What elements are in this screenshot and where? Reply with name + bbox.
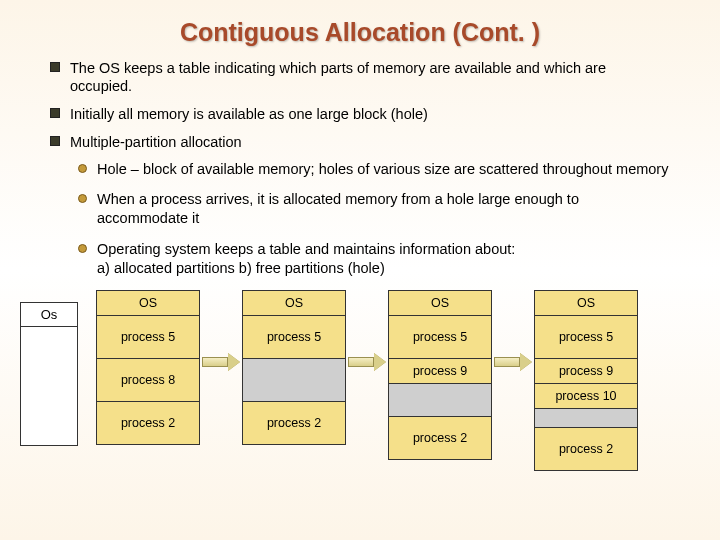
sub-bullet-text: Hole – block of available memory; holes … xyxy=(97,160,668,179)
sub-bullet-item: Operating system keeps a table and maint… xyxy=(78,240,670,278)
sub-bullet-item: When a process arrives, it is allocated … xyxy=(78,190,670,228)
arrow-icon xyxy=(346,354,388,370)
mem-cell: process 5 xyxy=(97,316,199,359)
slide-title: Contiguous Allocation (Cont. ) xyxy=(50,18,670,47)
bullet-item: The OS keeps a table indicating which pa… xyxy=(50,59,670,95)
mem-cell: process 8 xyxy=(97,359,199,402)
square-bullet-icon xyxy=(50,108,60,118)
mem-cell: process 2 xyxy=(243,402,345,444)
bullet-text: The OS keeps a table indicating which pa… xyxy=(70,59,670,95)
mem-cell: OS xyxy=(97,291,199,316)
sub-bullet-text: When a process arrives, it is allocated … xyxy=(97,190,670,228)
bullet-text: Multiple-partition allocation xyxy=(70,133,242,151)
mem-cell: OS xyxy=(243,291,345,316)
memory-column-3: OS process 5 process 9 . process 2 xyxy=(388,290,492,460)
arrow-icon xyxy=(492,354,534,370)
bullet-item: Multiple-partition allocation xyxy=(50,133,670,151)
mem-cell: process 5 xyxy=(243,316,345,359)
square-bullet-icon xyxy=(50,136,60,146)
mem-cell: process 2 xyxy=(535,428,637,470)
bullet-text: Initially all memory is available as one… xyxy=(70,105,428,123)
mem-hole: . xyxy=(243,359,345,402)
mem-cell: process 5 xyxy=(535,316,637,359)
os-reference-label: Os xyxy=(21,303,77,327)
bullet-list: The OS keeps a table indicating which pa… xyxy=(50,59,670,152)
circle-bullet-icon xyxy=(78,244,87,253)
mem-cell: process 9 xyxy=(535,359,637,384)
mem-cell: process 2 xyxy=(97,402,199,444)
os-reference-body xyxy=(21,327,77,445)
mem-cell: process 10 xyxy=(535,384,637,409)
mem-cell: process 9 xyxy=(389,359,491,384)
mem-cell: OS xyxy=(389,291,491,316)
sub-bullet-list: Hole – block of available memory; holes … xyxy=(78,160,670,278)
circle-bullet-icon xyxy=(78,194,87,203)
memory-column-2: OS process 5 . process 2 xyxy=(242,290,346,445)
memory-diagram: Os OS process 5 process 8 process 2 OS p… xyxy=(20,290,670,471)
bullet-item: Initially all memory is available as one… xyxy=(50,105,670,123)
mem-hole: . xyxy=(535,409,637,428)
mem-cell: OS xyxy=(535,291,637,316)
sub-bullet-text: Operating system keeps a table and maint… xyxy=(97,240,515,278)
circle-bullet-icon xyxy=(78,164,87,173)
os-reference-box: Os xyxy=(20,302,78,446)
sub-bullet-item: Hole – block of available memory; holes … xyxy=(78,160,670,179)
square-bullet-icon xyxy=(50,62,60,72)
arrow-icon xyxy=(200,354,242,370)
mem-hole: . xyxy=(389,384,491,417)
mem-cell: process 5 xyxy=(389,316,491,359)
mem-cell: process 2 xyxy=(389,417,491,459)
memory-column-1: OS process 5 process 8 process 2 xyxy=(96,290,200,445)
memory-column-4: OS process 5 process 9 process 10 . proc… xyxy=(534,290,638,471)
